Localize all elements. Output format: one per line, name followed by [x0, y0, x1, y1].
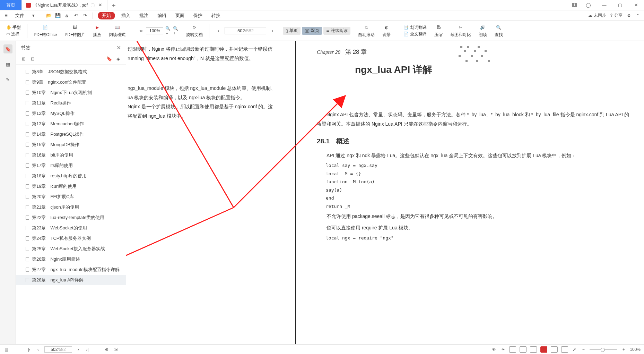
print-icon[interactable]: 🖨 [64, 13, 70, 18]
document-view[interactable]: 过限制时，Nginx 将停止回调最新的过期时钟，并且记录一个错误信 runnin… [126, 41, 644, 344]
menu-start[interactable]: 开始 [98, 12, 115, 19]
bookmark-item[interactable]: 第15章 MongoDB操作 [16, 140, 126, 150]
play-button[interactable]: ▶播放 [90, 21, 104, 41]
view-mode-3[interactable] [530, 346, 537, 353]
bookmark-options-icon[interactable]: ◈ [115, 56, 121, 61]
zoom-in-icon[interactable]: 🔍+ [173, 28, 179, 34]
add-bookmark-icon[interactable]: 🔖 [106, 56, 112, 61]
share-button[interactable]: ⇪ 分享 [610, 12, 623, 18]
bookmark-item[interactable]: 第13章 Memcached操作 [16, 119, 126, 129]
menu-edit[interactable]: 编辑 [155, 12, 169, 19]
close-button[interactable]: ✕ [628, 0, 644, 10]
menu-convert[interactable]: 转换 [209, 12, 223, 19]
menu-file[interactable]: 文件 [12, 12, 27, 19]
day-mode-icon[interactable]: ☀ [500, 347, 506, 352]
read-mode-button[interactable]: 📖阅读模式 [106, 21, 128, 41]
background-button[interactable]: ◐背景 [380, 21, 393, 41]
bookmark-panel-icon[interactable]: 🔖 [3, 44, 12, 53]
settings-icon[interactable]: ⚙ [626, 13, 632, 18]
bookmark-item[interactable]: 第22章 lua-resty-template类的使用 [16, 212, 126, 223]
tab-file[interactable]: 《Nginx Lua开发实战》.pdf ▢ ✕ [22, 0, 107, 10]
bookmark-item[interactable]: 第8章 JSON数据交换格式 [16, 67, 126, 77]
select-tool[interactable]: ▭ 选择 [6, 31, 19, 37]
next-page-icon[interactable]: › [76, 347, 81, 352]
bookmark-item[interactable]: 第25章 WebSocket接入服务器实战 [16, 244, 126, 254]
read-aloud-button[interactable]: 🔊朗读 [476, 21, 490, 41]
view-mode-5[interactable] [551, 346, 558, 353]
view-mode-1[interactable] [509, 346, 516, 353]
first-page-icon[interactable]: |‹ [26, 347, 32, 352]
view-mode-4[interactable] [540, 346, 547, 353]
tab-close-icon[interactable]: ✕ [97, 2, 103, 8]
undo-icon[interactable]: ↶ [73, 13, 79, 18]
bookmark-item[interactable]: 第26章 Nginx应用简述 [16, 254, 126, 264]
find-button[interactable]: 🔍查找 [492, 21, 506, 41]
zoom-slider[interactable] [590, 349, 617, 350]
minimize-button[interactable]: — [596, 0, 612, 10]
zoom-out-icon[interactable]: − [581, 347, 586, 352]
notification-badge[interactable]: 1 [572, 3, 577, 7]
new-tab-button[interactable]: ＋ [107, 0, 120, 10]
extract-page-icon[interactable]: ⇲ [113, 347, 119, 352]
menu-icon[interactable]: ≡ [3, 13, 9, 18]
status-page-input[interactable]: 502/582 [44, 346, 72, 353]
sync-status[interactable]: ☁ 未同步 [588, 12, 606, 18]
bookmark-item[interactable]: 第21章 cjson库的使用 [16, 202, 126, 212]
add-page-icon[interactable]: ⊕ [104, 347, 110, 352]
menu-protect[interactable]: 保护 [191, 12, 205, 19]
tab-home[interactable]: 首页 [0, 0, 22, 10]
maximize-button[interactable]: ▢ [612, 0, 628, 10]
chevron-down-icon[interactable]: ▾ [31, 13, 36, 18]
view-mode-6[interactable] [561, 346, 568, 353]
bookmark-item[interactable]: 第28章 ngx_lua API详解 [16, 275, 126, 285]
avatar-button[interactable]: ◯ [580, 0, 596, 10]
status-zoom-value[interactable]: 100% [630, 347, 641, 352]
zoom-value[interactable]: 100% [146, 27, 163, 34]
panel-toggle-icon[interactable]: ▤ [3, 347, 9, 352]
last-page-icon[interactable]: ›| [85, 347, 90, 352]
bookmark-item[interactable]: 第11章 Redis操作 [16, 98, 126, 108]
menu-page[interactable]: 页面 [173, 12, 187, 19]
page-number-input[interactable]: 502/582 [225, 27, 266, 34]
collapse-icon[interactable]: ⌃ [635, 13, 641, 18]
bookmark-item[interactable]: 第20章 FFI扩展C库 [16, 192, 126, 202]
autoscroll-button[interactable]: ⇅自动滚动 [355, 21, 377, 41]
bookmark-item[interactable]: 第19章 lcurl库的使用 [16, 181, 126, 192]
menu-review[interactable]: 批注 [137, 12, 151, 19]
fit-icon[interactable]: ⤢ [572, 347, 577, 352]
menu-insert[interactable]: 插入 [119, 12, 133, 19]
screenshot-button[interactable]: ✂截图和对比 [447, 21, 474, 41]
bookmark-item[interactable]: 第18章 resty.http库的使用 [16, 171, 126, 181]
rotate-button[interactable]: ⟳旋转文档 [183, 21, 206, 41]
pdf-to-office-button[interactable]: 📄PDF转Office [31, 21, 60, 41]
open-icon[interactable]: 📂 [46, 13, 52, 18]
eye-icon[interactable]: 👁 [491, 347, 497, 352]
compress-button[interactable]: 🗜压缩 [432, 21, 445, 41]
prev-page-icon[interactable]: ‹ [216, 28, 221, 34]
edit-panel-icon[interactable]: ✎ [3, 75, 12, 84]
zoom-out-icon[interactable]: 🔍− [165, 28, 171, 34]
save-icon[interactable]: 💾 [55, 13, 61, 18]
redo-icon[interactable]: ↷ [82, 13, 88, 18]
view-mode-2[interactable] [520, 346, 526, 353]
zoom-in-icon[interactable]: + [621, 347, 626, 352]
bookmark-item[interactable]: 第17章 lfs库的使用 [16, 160, 126, 171]
fit-width-icon[interactable]: ⇔ [138, 28, 144, 34]
single-page-button[interactable]: ▯ 单页 [283, 27, 301, 35]
bookmark-item[interactable]: 第9章 nginx.conf文件配置 [16, 77, 126, 87]
continuous-button[interactable]: ≣ 连续阅读 [323, 27, 350, 35]
pdf-to-image-button[interactable]: 🖼PDF转图片 [62, 21, 88, 41]
expand-all-icon[interactable]: ⊞ [21, 56, 26, 61]
tab-popout-icon[interactable]: ▢ [90, 2, 95, 8]
bookmark-item[interactable]: 第10章 Nginx下Lua实现机制 [16, 87, 126, 98]
next-page-icon[interactable]: › [270, 28, 275, 34]
collapse-all-icon[interactable]: ⊟ [30, 56, 35, 61]
full-translate-button[interactable]: 📄 全文翻译 [403, 31, 426, 37]
bookmark-item[interactable]: 第16章 bit库的使用 [16, 150, 126, 160]
bookmark-item[interactable]: 第12章 MySQL操作 [16, 108, 126, 119]
bookmark-item[interactable]: 第23章 WebSocket的使用 [16, 223, 126, 233]
bookmark-item[interactable]: 第24章 TCP私有服务器实例 [16, 233, 126, 244]
bookmark-item[interactable]: 第14章 PostgreSQL操作 [16, 129, 126, 140]
double-page-button[interactable]: ▯▯ 双页 [302, 27, 322, 35]
hand-tool[interactable]: ✋ 手型 [6, 25, 21, 31]
